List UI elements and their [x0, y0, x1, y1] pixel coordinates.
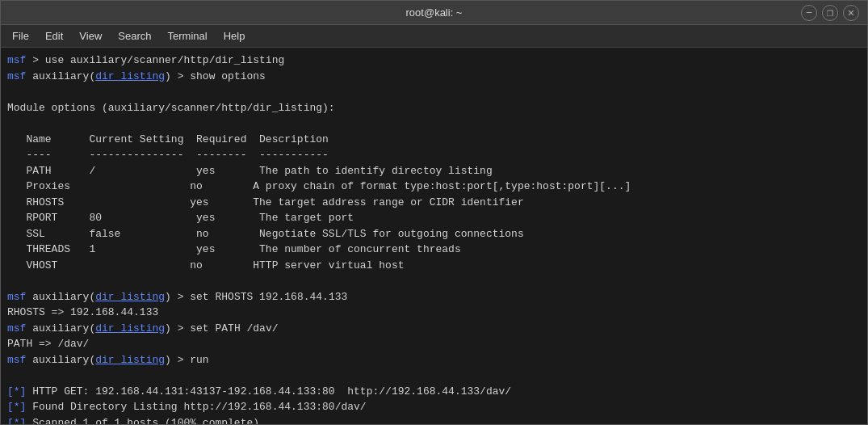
window-controls: − ❐ ✕	[801, 5, 859, 21]
menu-item-terminal[interactable]: Terminal	[161, 28, 214, 44]
terminal-line: ---- --------------- -------- ----------…	[7, 147, 861, 163]
menu-item-search[interactable]: Search	[111, 28, 157, 44]
terminal-line: RHOSTS yes The target address range or C…	[7, 195, 861, 211]
terminal-line: RPORT 80 yes The target port	[7, 210, 861, 226]
menu-item-view[interactable]: View	[73, 28, 108, 44]
menu-item-help[interactable]: Help	[217, 28, 252, 44]
terminal-line: [*] Found Directory Listing http://192.1…	[7, 399, 861, 415]
terminal-line	[7, 273, 861, 289]
minimize-button[interactable]: −	[801, 5, 817, 21]
terminal-body[interactable]: msf > use auxiliary/scanner/http/dir_lis…	[1, 48, 867, 424]
terminal-line	[7, 116, 861, 132]
terminal-line: SSL false no Negotiate SSL/TLS for outgo…	[7, 226, 861, 242]
terminal-window: root@kali: ~ − ❐ ✕ FileEditViewSearchTer…	[0, 0, 868, 425]
terminal-line	[7, 368, 861, 384]
menu-bar: FileEditViewSearchTerminalHelp	[1, 25, 867, 48]
menu-item-file[interactable]: File	[6, 28, 36, 44]
terminal-line: msf auxiliary(dir_listing) > set PATH /d…	[7, 321, 861, 337]
terminal-line: msf auxiliary(dir_listing) > set RHOSTS …	[7, 289, 861, 305]
terminal-line	[7, 84, 861, 100]
terminal-line: msf auxiliary(dir_listing) > show option…	[7, 69, 861, 85]
window-title: root@kali: ~	[406, 6, 463, 19]
terminal-line: [*] HTTP GET: 192.168.44.131:43137-192.1…	[7, 384, 861, 400]
terminal-line: msf auxiliary(dir_listing) > run	[7, 352, 861, 368]
terminal-line: VHOST no HTTP server virtual host	[7, 258, 861, 274]
terminal-line: PATH => /dav/	[7, 336, 861, 352]
terminal-line: msf > use auxiliary/scanner/http/dir_lis…	[7, 53, 861, 69]
title-bar: root@kali: ~ − ❐ ✕	[1, 1, 867, 25]
terminal-line: [*] Scanned 1 of 1 hosts (100% complete)	[7, 415, 861, 425]
menu-item-edit[interactable]: Edit	[39, 28, 69, 44]
terminal-line: Module options (auxiliary/scanner/http/d…	[7, 100, 861, 116]
terminal-line: RHOSTS => 192.168.44.133	[7, 305, 861, 321]
terminal-line: Proxies no A proxy chain of format type:…	[7, 179, 861, 195]
terminal-line: THREADS 1 yes The number of concurrent t…	[7, 242, 861, 258]
close-button[interactable]: ✕	[843, 5, 859, 21]
terminal-line: PATH / yes The path to identify directoy…	[7, 163, 861, 179]
maximize-button[interactable]: ❐	[822, 5, 838, 21]
terminal-line: Name Current Setting Required Descriptio…	[7, 132, 861, 148]
